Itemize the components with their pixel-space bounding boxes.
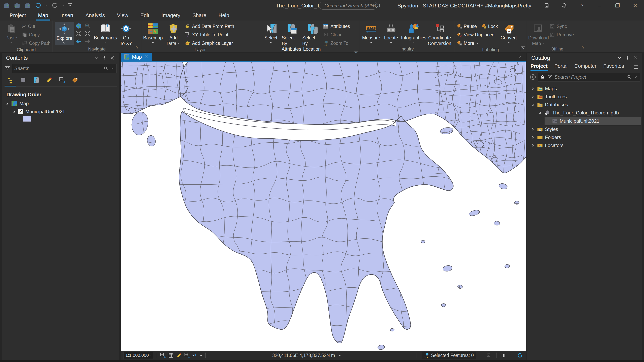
catalog-item-toolboxes[interactable]: Toolboxes [527,93,642,101]
expand-icon[interactable] [530,87,535,91]
map-tab-close-icon[interactable] [144,55,149,59]
navigate-launcher-icon[interactable] [135,46,140,50]
label-lock-button[interactable]: Lock [481,22,498,30]
go-to-xy-button[interactable]: Go To XY [116,22,136,46]
tab-share[interactable]: Share [187,11,212,20]
refresh-icon[interactable] [517,352,523,359]
expand-icon[interactable] [530,127,535,131]
catalog-tab-project[interactable]: Project [530,63,548,71]
download-map-button[interactable]: Download Map [529,22,548,46]
attributes-button[interactable]: Attributes [323,22,350,30]
map-view-tab[interactable]: Map [121,53,152,61]
expand-icon[interactable] [530,95,535,99]
catalog-item-styles[interactable]: Styles [527,125,642,133]
tab-insert[interactable]: Insert [55,11,79,20]
catalog-item-municipalunit2021[interactable]: MunicipalUnit2021 [544,117,641,125]
tab-edit[interactable]: Edit [135,11,154,20]
clear-selection-status-icon[interactable] [486,353,492,358]
full-extent-icon[interactable] [75,22,82,29]
select-by-location-button[interactable]: Select By Location [302,22,322,52]
list-by-drawing-order-icon[interactable] [5,76,16,84]
copy-button[interactable]: Copy [22,31,50,39]
minimize-button[interactable]: – [591,0,608,11]
customize-qat-icon[interactable] [68,3,72,7]
paste-button[interactable]: Paste [2,22,20,44]
catalog-tab-portal[interactable]: Portal [554,63,568,71]
collapse-icon[interactable] [530,103,535,107]
labeling-launcher-icon[interactable] [521,46,525,51]
catalog-tab-favorites[interactable]: Favorites [603,63,624,71]
pause-drawing-icon[interactable] [501,353,507,358]
contents-map-row[interactable]: Map [2,99,119,108]
catalog-tab-computer[interactable]: Computer [574,63,596,71]
tab-project[interactable]: Project [4,11,31,20]
redo-chevron-icon[interactable] [62,3,65,7]
layer-symbol-swatch[interactable] [23,116,31,122]
convert-labels-button[interactable]: A Convert [499,22,518,44]
catalog-search-chevron-icon[interactable] [634,75,638,79]
help-icon[interactable]: ? [573,0,591,11]
fixed-zoom-out-icon[interactable] [84,30,91,37]
bookmarks-button[interactable]: Bookmarks [96,22,115,44]
save-project-icon[interactable] [24,1,32,9]
catalog-home-icon[interactable] [540,74,545,80]
contents-pin-icon[interactable] [100,54,108,61]
redo-icon[interactable] [51,1,59,9]
expand-icon[interactable] [530,143,535,147]
device-status-icon[interactable] [538,0,556,11]
catalog-pin-icon[interactable] [624,54,632,61]
new-map-grid-icon[interactable] [159,352,167,359]
fixed-zoom-in-icon[interactable] [75,30,82,37]
select-button[interactable]: Select [261,22,280,44]
tab-help[interactable]: Help [213,11,234,20]
contents-menu-chevron-icon[interactable] [92,54,100,61]
contents-layer-row[interactable]: ✓ MunicipalUnit2021 [2,108,119,116]
tab-imagery[interactable]: Imagery [156,11,186,20]
catalog-item-folders[interactable]: Folders [527,133,642,141]
catalog-search-input[interactable]: Search Project [538,73,640,81]
labeling-more-button[interactable]: More [456,39,498,47]
catalog-menu-chevron-icon[interactable] [616,54,624,61]
previous-extent-icon[interactable] [75,38,82,45]
next-extent-icon[interactable] [84,38,91,45]
catalog-filter-icon[interactable] [547,74,552,80]
list-by-selection-icon[interactable] [30,76,42,84]
edit-sketch-icon[interactable] [175,352,183,359]
selected-features-indicator[interactable]: Selected Features: 0 [422,352,476,359]
open-project-icon[interactable] [13,1,21,9]
view-unplaced-button[interactable]: View Unplaced [456,31,498,39]
explore-button[interactable]: Explore [55,22,74,45]
add-data-button[interactable]: Add Data [164,22,183,46]
new-project-icon[interactable] [3,1,10,9]
copy-path-button[interactable]: Copy Path [22,39,50,47]
undo-icon[interactable] [34,1,42,9]
snapping-toggle-icon[interactable] [183,352,191,359]
map-scale-select[interactable]: 1:1,000,000 [124,352,154,359]
coordinate-conversion-button[interactable]: Coordinate Conversion [427,22,452,46]
tab-analysis[interactable]: Analysis [80,11,110,20]
locate-button[interactable]: Locate [382,22,400,44]
catalog-item-locators[interactable]: Locators [527,141,642,149]
expand-icon[interactable] [530,135,535,139]
catalog-back-icon[interactable] [530,74,536,80]
zoom-selection-icon[interactable] [84,22,91,29]
offline-launcher-icon[interactable] [581,46,586,50]
coordinate-readout[interactable]: 320,411.06E 4,178,837.52N m [272,353,342,358]
basemap-button[interactable]: Basemap [143,22,162,44]
infographics-button[interactable]: Infographics [402,22,426,44]
zoom-to-button[interactable]: Zoom To [323,39,350,47]
catalog-item-gdb[interactable]: The_Four_Color_Theorem.gdb [527,109,642,117]
select-by-attributes-button[interactable]: Select By Attributes [282,22,301,52]
catalog-item-maps[interactable]: Maps [527,85,642,93]
north-rotation-icon[interactable] [191,352,199,359]
sync-button[interactable]: Sync [550,22,574,30]
contents-search-input[interactable]: Search [12,64,117,73]
cut-button[interactable]: ✂Cut [22,22,50,30]
clear-selection-button[interactable]: Clear [323,31,350,39]
command-search[interactable]: Command Search (Alt+Q) [319,1,377,10]
list-by-data-source-icon[interactable] [18,76,29,84]
close-button[interactable]: ✕ [626,0,644,11]
add-graphics-layer-button[interactable]: Add Graphics Layer [184,39,234,47]
add-data-from-path-button[interactable]: Add Data From Path [184,22,234,30]
catalog-item-databases[interactable]: Databases [527,101,642,109]
